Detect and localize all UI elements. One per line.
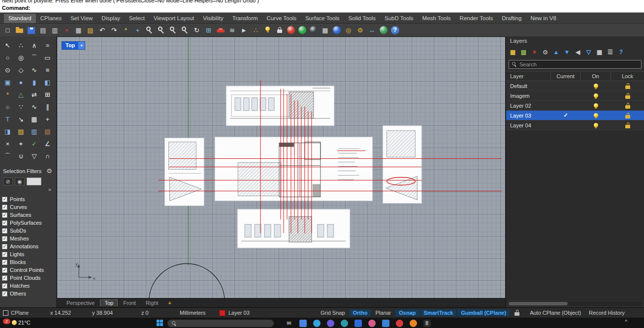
vlc-icon[interactable] [410,320,417,327]
layer-columns-icon[interactable]: ▦ [595,48,604,57]
menu-tab-viewport-layout[interactable]: Viewport Layout [149,14,198,23]
freeform-curve-icon[interactable]: ∿ [29,65,40,76]
point-icon[interactable]: ∴ [15,40,27,51]
audio-notification-icon[interactable]: 8 [423,320,431,327]
filter-row-control-points[interactable]: ✓Control Points [2,266,56,274]
viewport-title-dropdown[interactable]: Top ▾ [62,41,85,50]
layer-on-cell[interactable] [580,120,611,130]
open-file-icon[interactable] [14,25,25,36]
layer-row-default[interactable]: Default [506,81,644,91]
filter-row-points[interactable]: ✓Points [2,195,56,203]
layer-current-cell[interactable] [551,101,580,110]
menu-tab-drafting[interactable]: Drafting [497,14,526,23]
cplane-selector[interactable]: CPlane [3,310,50,316]
status-item-auto-cplane-object[interactable]: Auto CPlane (Object) [526,309,584,316]
opera-icon[interactable] [396,320,403,327]
viewport-tab-right[interactable]: Right [141,300,163,306]
filter-row-hatches[interactable]: ✓Hatches [2,282,56,290]
drop-point-icon[interactable]: ◆ [2,102,14,113]
delete-layer-icon[interactable]: × [530,48,539,57]
shear-icon[interactable]: ∠ [42,139,54,149]
checkbox-icon[interactable]: ✓ [2,205,7,210]
polygon-icon[interactable]: ◇ [15,65,27,76]
arc-icon[interactable]: ⌒ [29,53,40,63]
blend-icon[interactable]: ∪ [15,151,27,162]
current-layer-selector[interactable]: Layer 03 [219,310,317,316]
expand-chevron-icon[interactable]: » [0,186,56,193]
gear-icon[interactable]: ⚙ [46,167,52,175]
filter-row-subds[interactable]: ✓SubDs [2,227,56,235]
move-layer-up-icon[interactable]: ▲ [551,48,561,57]
layer-lock-cell[interactable] [611,91,644,100]
status-toggle-ortho[interactable]: Ortho [350,309,371,316]
box-icon[interactable]: ▣ [2,77,14,88]
trim-icon[interactable]: × [2,139,14,149]
filter-layers-icon[interactable]: ▽ [584,48,593,57]
contour-column-icon[interactable]: ▤ [42,126,54,137]
checkbox-icon[interactable]: ✓ [2,212,7,218]
column-header-on[interactable]: On [580,72,611,81]
layer-on-cell[interactable] [580,91,611,100]
cylinder-icon[interactable]: ▮ [29,77,40,88]
layer-lock-cell[interactable] [611,101,644,110]
layer-on-cell[interactable] [580,111,611,120]
viewport-layout-icon[interactable]: ⊞ [203,25,214,36]
cap-holes-icon[interactable]: ∩ [42,151,54,162]
layer-lock-cell[interactable] [611,111,644,120]
viewport-tab-top[interactable]: Top [100,299,118,306]
command-prompt[interactable]: Command: [2,5,644,11]
menu-tab-cplanes[interactable]: CPlanes [36,14,66,23]
undo-icon[interactable]: ↶ [97,25,108,36]
filter-row-surfaces[interactable]: ✓Surfaces [2,211,56,219]
point-cloud-icon[interactable]: ∵ [15,102,27,113]
layer-row-imagem[interactable]: Imagem [506,91,644,101]
layer-tools-menu-icon[interactable]: ☰ [606,48,615,57]
rectangle-icon[interactable]: ▭ [42,53,54,63]
print-icon[interactable]: ▤ [37,25,49,36]
lamp-icon[interactable] [262,25,273,36]
filter-row-point-clouds[interactable]: ✓Point Clouds [2,274,56,282]
points-display-icon[interactable]: ∴ [250,25,261,36]
status-toggle-smarttrack[interactable]: SmartTrack [420,309,457,316]
windows-start-button[interactable] [157,320,163,327]
paste-icon[interactable]: ▧ [85,25,96,36]
menu-tab-visibility[interactable]: Visibility [198,14,227,23]
layer-search-input[interactable]: Search [509,60,642,69]
menu-tab-solid-tools[interactable]: Solid Tools [344,14,380,23]
checkbox-icon[interactable]: ✓ [2,275,7,281]
layer-lock-cell[interactable] [611,120,644,130]
shaded-viewport-icon[interactable] [310,26,318,34]
menu-tab-set-view[interactable]: Set View [66,14,97,23]
hatch-icon[interactable]: ▨ [15,126,27,137]
viewport-canvas[interactable]: y x [57,37,505,298]
menu-tab-select[interactable]: Select [125,14,149,23]
save-file-icon[interactable] [26,25,37,36]
select-pointer-icon[interactable]: ↖ [2,40,14,51]
polar-array-icon[interactable]: + [42,114,54,125]
raytrace-icon[interactable] [333,26,341,34]
plane-surface-icon[interactable]: ◧ [42,77,54,88]
arc-curve[interactable] [149,264,225,298]
move-icon[interactable]: + [132,25,143,36]
chevron-down-icon[interactable]: ▾ [78,42,85,49]
lock-objects-icon[interactable] [274,25,285,36]
sphere-icon[interactable]: ● [15,77,27,88]
checkbox-icon[interactable]: ✓ [2,197,7,202]
pipe-icon[interactable]: ∥ [42,102,54,113]
copy-to-clipboard-icon[interactable]: ▥ [49,25,61,36]
display-settings-icon[interactable] [299,320,307,327]
menu-tab-new-in-v8[interactable]: New in V8 [526,14,560,23]
viewport-top-view[interactable]: y x Top ▾ [57,37,505,298]
pan-view-icon[interactable]: * [120,25,131,36]
layer-current-cell[interactable] [551,81,580,90]
weather-widget[interactable]: 2 21°C [3,319,31,326]
new-file-icon[interactable]: □ [2,25,13,36]
earth-geolocation-icon[interactable] [380,26,387,34]
units-selector[interactable]: Millimeters [180,310,219,316]
circle-diameter-icon[interactable]: ◎ [15,53,27,63]
zoom-selected-icon[interactable] [179,25,191,36]
taskbar-search-box[interactable] [167,320,274,327]
layer-current-cell[interactable] [551,120,580,130]
checkbox-icon[interactable]: ✓ [2,268,7,273]
checkbox-icon[interactable]: ✓ [2,236,7,241]
